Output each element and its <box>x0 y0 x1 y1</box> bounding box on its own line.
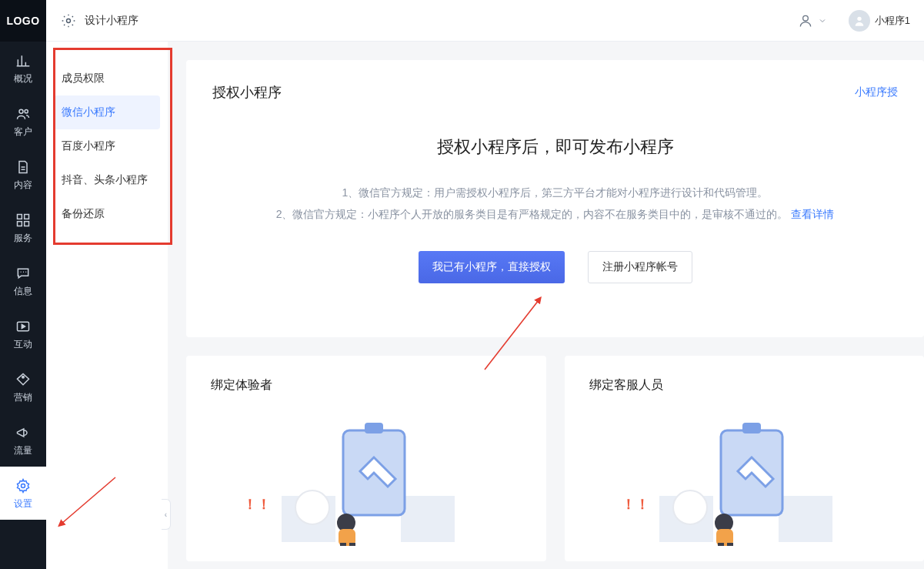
svg-point-16 <box>295 490 329 524</box>
design-mini-program[interactable]: 设计小程序 <box>60 12 138 29</box>
svg-rect-24 <box>742 423 761 433</box>
register-account-button[interactable]: 注册小程序帐号 <box>588 251 692 283</box>
authorize-existing-button[interactable]: 我已有小程序，直接授权 <box>419 251 565 283</box>
svg-rect-22 <box>779 496 832 542</box>
sidebar-item-interact[interactable]: 互动 <box>0 307 46 360</box>
sidebar-label: 营销 <box>14 391 32 404</box>
svg-rect-5 <box>18 215 22 219</box>
subside-douyin-mini[interactable]: 抖音、头条小程序 <box>46 163 168 197</box>
svg-point-11 <box>22 484 25 488</box>
sidebar-item-marketing[interactable]: 营销 <box>0 360 46 413</box>
sidebar-label: 互动 <box>14 338 32 351</box>
chart-icon <box>15 52 32 69</box>
bind-experience-title: 绑定体验者 <box>211 377 522 393</box>
svg-rect-8 <box>25 222 29 226</box>
exclaim-icon: ！！ <box>243 495 271 514</box>
sidebar-label: 流量 <box>14 444 32 457</box>
logo[interactable]: LOGO <box>0 0 46 42</box>
sidebar-label: 概况 <box>14 72 32 85</box>
svg-point-10 <box>22 376 25 378</box>
svg-point-4 <box>25 110 28 113</box>
svg-rect-19 <box>340 543 346 546</box>
current-user[interactable]: 小程序1 <box>849 10 910 32</box>
chevron-down-icon <box>818 16 827 25</box>
svg-point-1 <box>802 15 808 21</box>
bind-service-title: 绑定客服人员 <box>589 377 900 393</box>
user-switch[interactable] <box>798 13 827 28</box>
avatar <box>849 10 870 32</box>
auth-desc-line2: 2、微信官方规定：小程序个人开放的服务类目是有严格规定的，内容不在服务类目中的，… <box>276 208 789 220</box>
svg-point-3 <box>19 109 23 113</box>
design-label: 设计小程序 <box>85 14 138 28</box>
svg-rect-20 <box>349 543 355 546</box>
auth-card: 授权小程序 小程序授 授权小程序后，即可发布小程序 1、微信官方规定：用户需授权… <box>186 60 924 337</box>
sidebar-label: 服务 <box>14 232 32 245</box>
svg-point-0 <box>67 18 71 22</box>
sidebar-item-content[interactable]: 内容 <box>0 148 46 201</box>
bind-service-illustration: ！！ <box>589 407 900 546</box>
bind-service-card: 绑定客服人员 ！！ <box>565 356 925 561</box>
auth-heading: 授权小程序后，即可发布小程序 <box>212 136 898 159</box>
svg-rect-15 <box>365 423 383 433</box>
file-icon <box>15 159 32 176</box>
svg-rect-7 <box>18 222 22 226</box>
svg-rect-29 <box>727 543 733 546</box>
exclaim-icon: ！！ <box>622 495 649 514</box>
message-icon <box>15 265 32 282</box>
auth-card-top-link[interactable]: 小程序授 <box>855 85 898 99</box>
username-label: 小程序1 <box>875 14 910 28</box>
sidebar-item-settings[interactable]: 设置 <box>0 467 46 520</box>
auth-card-title: 授权小程序 <box>212 83 282 102</box>
svg-rect-13 <box>401 496 455 542</box>
sidebar-label: 设置 <box>14 497 32 510</box>
sidebar-label: 信息 <box>14 285 32 298</box>
tag-icon <box>15 371 32 388</box>
bind-experience-illustration: ！！ <box>211 407 522 546</box>
svg-rect-28 <box>718 543 724 546</box>
gear-icon <box>15 477 32 494</box>
sidebar-item-overview[interactable]: 概况 <box>0 42 46 95</box>
play-icon <box>15 318 32 335</box>
svg-point-25 <box>673 490 707 524</box>
design-icon <box>60 12 77 29</box>
sub-sidebar: 成员权限 微信小程序 百度小程序 抖音、头条小程序 备份还原 <box>46 42 168 569</box>
subside-member-permission[interactable]: 成员权限 <box>46 62 168 95</box>
sidebar-item-messages[interactable]: 信息 <box>0 254 46 307</box>
auth-desc-line1: 1、微信官方规定：用户需授权小程序后，第三方平台才能对小程序进行设计和代码管理。 <box>212 182 898 203</box>
sidebar-item-traffic[interactable]: 流量 <box>0 413 46 467</box>
sidebar-label: 内容 <box>14 179 32 192</box>
subside-baidu-mini[interactable]: 百度小程序 <box>46 129 168 163</box>
bind-experience-card: 绑定体验者 ！！ <box>186 356 546 561</box>
users-icon <box>15 105 32 122</box>
auth-desc-link[interactable]: 查看详情 <box>791 208 834 220</box>
svg-rect-6 <box>25 215 29 219</box>
subside-wechat-mini[interactable]: 微信小程序 <box>54 95 160 129</box>
svg-point-2 <box>857 16 861 20</box>
sidebar-label: 客户 <box>14 126 32 139</box>
sidebar: LOGO 概况 客户 内容 服务 信息 互动 营销 流量 设置 <box>0 0 46 569</box>
subside-backup-restore[interactable]: 备份还原 <box>46 197 168 231</box>
megaphone-icon <box>15 424 32 441</box>
user-icon <box>798 13 813 28</box>
grid-icon <box>15 212 32 229</box>
sidebar-item-services[interactable]: 服务 <box>0 201 46 254</box>
sidebar-item-customers[interactable]: 客户 <box>0 95 46 148</box>
